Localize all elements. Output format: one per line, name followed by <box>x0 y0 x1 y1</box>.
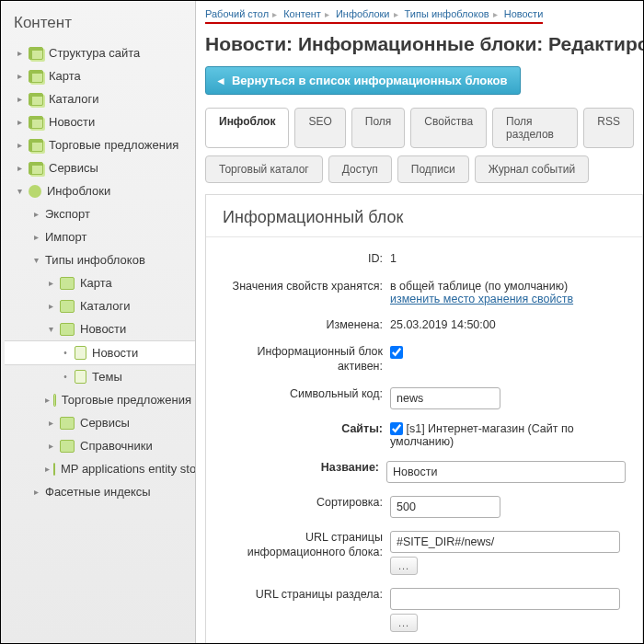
chevron-right-icon: ▸ <box>272 9 277 19</box>
sidebar-item-label: Карта <box>80 276 112 290</box>
page-icon <box>75 370 86 384</box>
sidebar-item-label: Торговые предложения <box>62 393 191 407</box>
chevron-down-icon: ▾ <box>14 186 25 197</box>
form-panel: Информационный блок ID:1 Значения свойст… <box>205 194 643 643</box>
sidebar-item-structure[interactable]: ▸Структура сайта <box>5 41 195 64</box>
sidebar-item-label: Каталоги <box>80 299 131 313</box>
link-change-storage[interactable]: изменить место хранения свойств <box>390 293 573 305</box>
sidebar-item-label: Инфоблоки <box>47 184 110 198</box>
sidebar-item-label: Торговые предложения <box>49 138 178 152</box>
sidebar-item-label: Сервисы <box>49 161 98 175</box>
input-code[interactable] <box>390 387 500 409</box>
crumb-iblocks[interactable]: Инфоблоки <box>336 8 390 19</box>
sidebar-item-label: Типы инфоблоков <box>45 253 145 267</box>
tab-infoblock[interactable]: Инфоблок <box>205 108 289 148</box>
sidebar-item-iblock-news[interactable]: •Новости <box>5 340 195 365</box>
bullet-icon: • <box>60 372 71 383</box>
chevron-right-icon: ▸ <box>30 487 41 498</box>
label-sites: Сайты: <box>215 419 390 437</box>
folder-icon <box>60 417 75 430</box>
sidebar-item-type-refs[interactable]: ▸Справочники <box>5 434 195 457</box>
crumb-news[interactable]: Новости <box>504 8 544 19</box>
tab-captions[interactable]: Подписи <box>397 155 469 183</box>
sidebar-item-type-offers[interactable]: ▸Торговые предложения <box>5 388 195 411</box>
chevron-right-icon: ▸ <box>325 9 329 19</box>
template-picker-button[interactable]: ... <box>390 557 418 575</box>
label-active: Информационный блок активен: <box>215 341 390 374</box>
tab-fields[interactable]: Поля <box>351 108 406 148</box>
tab-access[interactable]: Доступ <box>328 155 392 183</box>
value-props: в общей таблице (по умолчанию) <box>390 280 568 293</box>
sidebar-item-label: Новости <box>80 322 126 336</box>
breadcrumb: Рабочий стол▸ Контент▸ Инфоблоки▸ Типы и… <box>205 8 543 24</box>
checkbox-active[interactable] <box>390 346 403 359</box>
sidebar-item-label: Справочники <box>80 439 153 453</box>
sidebar-item-type-news[interactable]: ▾Новости <box>5 317 195 340</box>
input-url-section[interactable] <box>390 588 620 610</box>
tabs-secondary: Торговый каталог Доступ Подписи Журнал с… <box>196 148 643 194</box>
sidebar-item-iblock-themes[interactable]: •Темы <box>5 365 195 388</box>
arrow-left-icon: ◄ <box>215 75 226 87</box>
sidebar-title: Контент <box>5 8 195 41</box>
back-to-list-button[interactable]: ◄Вернуться в список информационных блоко… <box>205 66 521 95</box>
label-url-detail: URL страницы детального просмотра: <box>215 641 390 643</box>
chevron-right-icon: ▸ <box>45 278 56 289</box>
folder-icon <box>60 300 75 313</box>
label-code: Символьный код: <box>215 384 390 402</box>
label-changed: Изменена: <box>215 315 390 333</box>
sidebar-item-label: Новости <box>49 115 95 129</box>
sidebar-item-import[interactable]: ▸Импорт <box>5 225 195 248</box>
crumb-desktop[interactable]: Рабочий стол <box>205 8 269 19</box>
label-props: Значения свойств хранятся: <box>215 276 390 294</box>
checkbox-site-s1[interactable] <box>390 422 403 435</box>
bullet-icon: • <box>60 348 71 359</box>
chevron-right-icon: ▸ <box>30 209 41 220</box>
page-icon <box>75 346 86 360</box>
tree: ▸Структура сайта ▸Карта ▸Каталоги ▸Новос… <box>5 41 195 503</box>
template-picker-button[interactable]: ... <box>390 614 418 632</box>
crumb-content[interactable]: Контент <box>283 8 321 19</box>
sidebar-item-services[interactable]: ▸Сервисы <box>5 156 195 179</box>
sidebar-item-catalogs[interactable]: ▸Каталоги <box>5 87 195 110</box>
tab-rss[interactable]: RSS <box>583 108 634 148</box>
sidebar-item-label: Экспорт <box>45 207 90 221</box>
sidebar-item-type-mp[interactable]: ▸MP applications entity storage <box>5 457 195 480</box>
tab-props[interactable]: Свойства <box>410 108 487 148</box>
sidebar-item-iblocks[interactable]: ▾Инфоблоки <box>5 179 195 202</box>
input-url-block[interactable] <box>390 531 620 553</box>
sidebar-item-news[interactable]: ▸Новости <box>5 110 195 133</box>
sidebar-item-label: Каталоги <box>49 92 99 106</box>
sidebar-item-types[interactable]: ▾Типы инфоблоков <box>5 248 195 271</box>
value-changed: 25.03.2019 14:50:00 <box>390 315 626 331</box>
chevron-right-icon: ▸ <box>45 418 56 429</box>
panel-title: Информационный блок <box>206 208 642 237</box>
value-id: 1 <box>390 248 626 265</box>
folder-icon <box>60 323 75 336</box>
chevron-right-icon: ▸ <box>14 163 25 174</box>
sidebar-item-facets[interactable]: ▸Фасетные индексы <box>5 480 195 503</box>
chevron-right-icon: ▸ <box>14 117 25 128</box>
tab-catalog[interactable]: Торговый каталог <box>205 155 323 183</box>
input-name[interactable] <box>386 461 626 483</box>
crumb-types[interactable]: Типы инфоблоков <box>405 8 489 19</box>
tab-seo[interactable]: SEO <box>294 108 345 148</box>
label-name: Название: <box>215 457 386 476</box>
sidebar-item-export[interactable]: ▸Экспорт <box>5 202 195 225</box>
sidebar-item-map[interactable]: ▸Карта <box>5 64 195 87</box>
sidebar-item-label: Новости <box>92 346 138 360</box>
chevron-right-icon: ▸ <box>30 232 41 243</box>
input-sort[interactable] <box>390 496 500 518</box>
sidebar-item-type-services[interactable]: ▸Сервисы <box>5 411 195 434</box>
tab-eventlog[interactable]: Журнал событий <box>475 155 589 183</box>
tab-section-fields[interactable]: Поля разделов <box>492 108 578 148</box>
chevron-right-icon: ▸ <box>45 301 56 312</box>
main-content: Рабочий стол▸ Контент▸ Инфоблоки▸ Типы и… <box>196 1 643 643</box>
sidebar-item-label: Импорт <box>45 230 86 244</box>
folder-icon <box>60 440 75 453</box>
folder-icon <box>60 277 75 290</box>
sidebar-item-offers[interactable]: ▸Торговые предложения <box>5 133 195 156</box>
sidebar-item-type-map[interactable]: ▸Карта <box>5 271 195 294</box>
chevron-down-icon: ▾ <box>30 255 41 266</box>
gear-icon <box>29 185 41 198</box>
sidebar-item-type-catalogs[interactable]: ▸Каталоги <box>5 294 195 317</box>
